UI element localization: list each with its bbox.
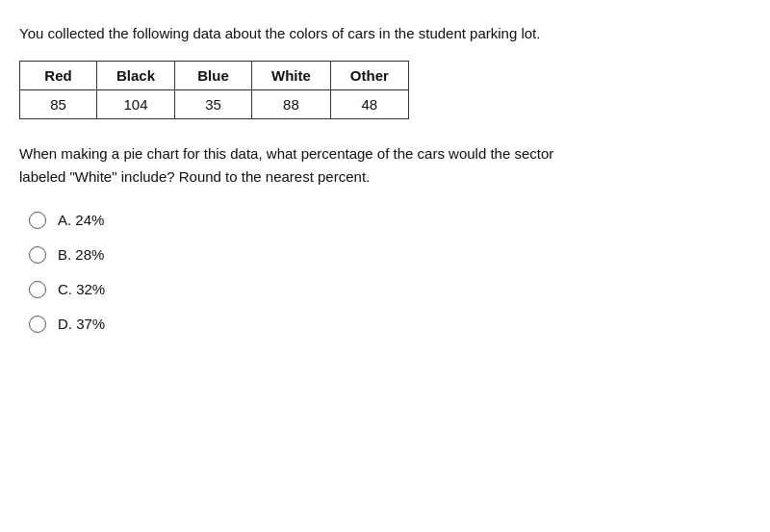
radio-b[interactable]	[29, 246, 46, 264]
table-cell-white: 88	[252, 89, 331, 118]
option-label-c: C. 32%	[58, 281, 105, 297]
intro-text: You collected the following data about t…	[19, 23, 558, 45]
answer-options: A. 24%B. 28%C. 32%D. 37%	[19, 212, 751, 333]
table-header-other: Other	[330, 61, 408, 89]
radio-a[interactable]	[29, 212, 46, 229]
radio-c[interactable]	[29, 281, 46, 298]
table-cell-blue: 35	[175, 89, 252, 118]
table-header-blue: Blue	[175, 61, 252, 89]
option-b[interactable]: B. 28%	[29, 246, 751, 264]
question-text: When making a pie chart for this data, w…	[19, 142, 558, 189]
option-label-b: B. 28%	[58, 246, 104, 263]
table-cell-other: 48	[330, 89, 408, 118]
option-label-d: D. 37%	[58, 316, 105, 332]
table-cell-black: 104	[97, 89, 175, 118]
table-header-white: White	[252, 61, 331, 89]
option-c[interactable]: C. 32%	[29, 281, 751, 298]
option-a[interactable]: A. 24%	[29, 212, 751, 229]
table-header-black: Black	[97, 61, 175, 89]
option-label-a: A. 24%	[58, 212, 104, 228]
radio-d[interactable]	[29, 316, 46, 333]
table-cell-red: 85	[20, 89, 97, 118]
data-table: RedBlackBlueWhiteOther 85104358848	[19, 61, 409, 119]
table-header-red: Red	[20, 61, 97, 89]
option-d[interactable]: D. 37%	[29, 316, 751, 333]
